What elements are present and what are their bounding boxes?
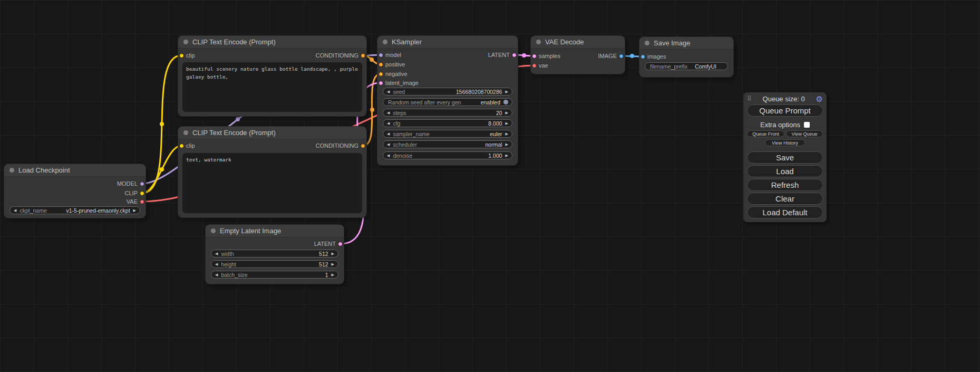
- increment-arrow-icon[interactable]: ▶: [332, 262, 334, 266]
- increment-arrow-icon[interactable]: ▶: [133, 208, 136, 212]
- extra-options-checkbox[interactable]: [804, 122, 810, 128]
- node-vae-decode[interactable]: VAE Decode samples IMAGE vae: [531, 36, 625, 74]
- widget-height[interactable]: ◀ height 512 ▶: [211, 260, 338, 268]
- widget-filename-prefix[interactable]: filename_prefix ComfyUI: [645, 62, 728, 70]
- node-titlebar[interactable]: Empty Latent Image: [206, 225, 344, 237]
- widget-ckpt-name[interactable]: ◀ ckpt_name v1-5-pruned-emaonly.ckpt ▶: [9, 206, 140, 214]
- input-slot-latent-image: latent_image: [377, 79, 518, 87]
- output-dot-image[interactable]: [619, 54, 624, 59]
- increment-arrow-icon[interactable]: ▶: [332, 273, 334, 276]
- widget-width[interactable]: ◀ width 512 ▶: [211, 250, 338, 257]
- input-dot-negative[interactable]: [379, 72, 383, 77]
- decrement-arrow-icon[interactable]: ◀: [387, 142, 390, 146]
- widget-value: ComfyUI: [695, 63, 716, 70]
- node-collapse-dot[interactable]: [211, 228, 216, 233]
- input-dot-clip[interactable]: [179, 144, 184, 148]
- node-collapse-dot[interactable]: [383, 40, 387, 44]
- node-ksampler[interactable]: KSampler model LATENT positive negative …: [377, 36, 518, 165]
- input-dot-model[interactable]: [379, 53, 383, 58]
- widget-value: enabled: [481, 99, 500, 106]
- output-dot-clip[interactable]: [140, 191, 144, 196]
- node-collapse-dot[interactable]: [183, 130, 188, 135]
- decrement-arrow-icon[interactable]: ◀: [215, 262, 218, 266]
- input-label: clip: [186, 52, 195, 59]
- widget-denoise[interactable]: ◀ denoise 1.000 ▶: [383, 151, 512, 159]
- increment-arrow-icon[interactable]: ▶: [506, 121, 508, 125]
- widget-cfg[interactable]: ◀ cfg 8.000 ▶: [383, 119, 512, 127]
- node-titlebar[interactable]: VAE Decode: [531, 36, 625, 49]
- output-label: CLIP: [125, 189, 138, 197]
- increment-arrow-icon[interactable]: ▶: [506, 132, 508, 136]
- widget-label: batch_size: [221, 272, 247, 278]
- decrement-arrow-icon[interactable]: ◀: [387, 154, 390, 157]
- settings-gear-icon[interactable]: ⚙: [816, 95, 823, 103]
- link-midpoint-dot: [630, 54, 634, 58]
- save-button[interactable]: Save: [747, 151, 823, 164]
- prompt-textarea[interactable]: beautiful scenery nature glass bottle la…: [182, 62, 362, 112]
- node-collapse-dot[interactable]: [536, 40, 541, 44]
- node-clip-text-encode-positive[interactable]: CLIP Text Encode (Prompt) clip CONDITION…: [178, 36, 366, 116]
- widget-scheduler[interactable]: ◀ scheduler normal ▶: [383, 140, 512, 148]
- prompt-textarea[interactable]: text, watermark: [182, 153, 362, 213]
- output-dot-latent[interactable]: [512, 53, 517, 58]
- node-collapse-dot[interactable]: [183, 40, 188, 44]
- increment-arrow-icon[interactable]: ▶: [506, 142, 508, 146]
- output-dot-vae[interactable]: [140, 199, 144, 204]
- view-queue-button[interactable]: View Queue: [786, 130, 823, 137]
- widget-random-seed-toggle[interactable]: Random seed after every gen enabled: [383, 98, 512, 106]
- decrement-arrow-icon[interactable]: ◀: [387, 132, 390, 136]
- node-titlebar[interactable]: Save Image: [639, 37, 733, 50]
- increment-arrow-icon[interactable]: ▶: [506, 111, 508, 115]
- decrement-arrow-icon[interactable]: ◀: [215, 252, 218, 255]
- view-history-button[interactable]: View History: [765, 139, 805, 146]
- extra-options-row: Extra options: [743, 121, 827, 128]
- node-load-checkpoint[interactable]: Load Checkpoint MODEL CLIP VAE ◀ ckpt_na…: [4, 164, 145, 218]
- input-label: samples: [539, 53, 560, 59]
- input-dot-clip[interactable]: [179, 53, 184, 58]
- node-collapse-dot[interactable]: [9, 168, 14, 173]
- increment-arrow-icon[interactable]: ▶: [506, 90, 508, 93]
- widget-label: steps: [393, 110, 406, 116]
- node-clip-text-encode-negative[interactable]: CLIP Text Encode (Prompt) clip CONDITION…: [178, 127, 366, 217]
- increment-arrow-icon[interactable]: ▶: [506, 154, 508, 157]
- node-titlebar[interactable]: CLIP Text Encode (Prompt): [178, 36, 366, 49]
- load-default-button[interactable]: Load Default: [747, 206, 823, 218]
- node-title: KSampler: [392, 38, 422, 46]
- input-dot-images[interactable]: [641, 54, 645, 59]
- node-titlebar[interactable]: Load Checkpoint: [4, 164, 145, 177]
- output-dot-conditioning[interactable]: [361, 144, 365, 148]
- drag-handle-icon[interactable]: ⠿: [747, 95, 752, 102]
- output-dot-latent[interactable]: [338, 242, 343, 246]
- queue-front-button[interactable]: Queue Front: [747, 130, 784, 137]
- widget-value: v1-5-pruned-emaonly.ckpt: [66, 207, 130, 214]
- refresh-button[interactable]: Refresh: [747, 179, 823, 191]
- widget-value: 8.000: [488, 120, 502, 127]
- widget-seed[interactable]: ◀ seed 156680208700286 ▶: [383, 88, 512, 96]
- toggle-knob[interactable]: [503, 100, 508, 104]
- input-dot-samples[interactable]: [532, 54, 537, 59]
- widget-steps[interactable]: ◀ steps 20 ▶: [383, 109, 512, 117]
- output-label: CONDITIONING: [316, 52, 358, 59]
- node-titlebar[interactable]: CLIP Text Encode (Prompt): [178, 127, 366, 139]
- input-dot-positive[interactable]: [379, 62, 383, 67]
- decrement-arrow-icon[interactable]: ◀: [387, 121, 390, 125]
- queue-prompt-button[interactable]: Queue Prompt: [747, 104, 823, 117]
- clear-button[interactable]: Clear: [747, 193, 823, 205]
- node-collapse-dot[interactable]: [645, 41, 649, 45]
- widget-sampler-name[interactable]: ◀ sampler_name euler ▶: [383, 130, 512, 138]
- input-dot-latent-image[interactable]: [379, 81, 383, 85]
- output-dot-conditioning[interactable]: [361, 53, 365, 58]
- node-empty-latent-image[interactable]: Empty Latent Image LATENT ◀ width 512 ▶ …: [206, 225, 344, 284]
- decrement-arrow-icon[interactable]: ◀: [387, 90, 390, 93]
- decrement-arrow-icon[interactable]: ◀: [387, 111, 390, 115]
- node-titlebar[interactable]: KSampler: [377, 36, 518, 49]
- decrement-arrow-icon[interactable]: ◀: [14, 208, 16, 212]
- node-save-image[interactable]: Save Image images filename_prefix ComfyU…: [639, 37, 733, 77]
- decrement-arrow-icon[interactable]: ◀: [215, 273, 218, 276]
- load-button[interactable]: Load: [747, 165, 823, 177]
- input-dot-vae[interactable]: [532, 63, 537, 68]
- output-label: LATENT: [488, 51, 510, 59]
- increment-arrow-icon[interactable]: ▶: [332, 252, 334, 255]
- widget-batch-size[interactable]: ◀ batch_size 1 ▶: [211, 271, 338, 279]
- output-dot-model[interactable]: [140, 182, 144, 186]
